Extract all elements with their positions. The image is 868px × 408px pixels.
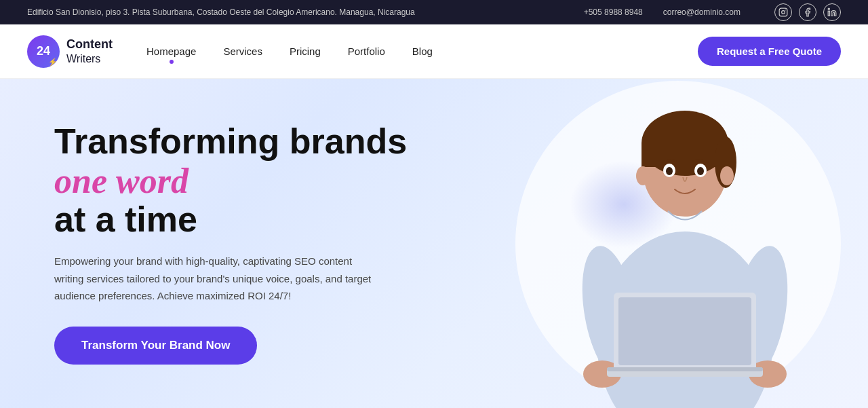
hero-content: Transforming brands one word at a time E… [54, 122, 407, 364]
nav-link-services[interactable]: Services [223, 45, 262, 57]
hero-title-line1: Transforming brands [54, 122, 407, 161]
svg-point-12 [720, 166, 734, 185]
hero-title-line3: at a time [54, 200, 407, 239]
nav-item-portfolio[interactable]: Portfolio [348, 45, 385, 58]
nav-link-homepage[interactable]: Homepage [146, 45, 196, 57]
topbar-address: Edificio San Dionisio, piso 3. Pista Sub… [27, 7, 564, 17]
svg-point-2 [785, 10, 786, 10]
topbar-contact: +505 8988 8948 correo@dominio.com [584, 7, 741, 17]
svg-rect-3 [828, 11, 829, 16]
svg-point-4 [828, 8, 829, 10]
logo[interactable]: 24 Content Writers [27, 35, 113, 68]
logo-text: Content Writers [66, 37, 113, 65]
logo-text-top: Content [66, 37, 113, 52]
nav-item-homepage[interactable]: Homepage [146, 45, 196, 58]
topbar-social-icons [774, 3, 841, 21]
hero-person [542, 82, 827, 408]
svg-point-1 [782, 11, 785, 14]
nav-link-portfolio[interactable]: Portfolio [348, 45, 385, 57]
topbar-phone: +505 8988 8948 [584, 7, 643, 17]
navbar: 24 Content Writers Homepage Services Pri… [0, 24, 868, 79]
person-svg [542, 82, 827, 408]
svg-point-11 [636, 166, 650, 185]
hero-description: Empowering your brand with high-quality,… [54, 253, 380, 305]
hero-cta-button[interactable]: Transform Your Brand Now [54, 327, 257, 365]
request-quote-button[interactable]: Request a Free Quote [698, 37, 841, 66]
nav-item-services[interactable]: Services [223, 45, 262, 58]
svg-point-24 [697, 167, 704, 175]
nav-item-blog[interactable]: Blog [412, 45, 433, 58]
topbar-email: correo@dominio.com [663, 7, 741, 17]
svg-point-22 [666, 167, 673, 175]
hero-title-line2: one word [54, 162, 407, 200]
instagram-icon[interactable] [774, 3, 792, 21]
facebook-icon[interactable] [799, 3, 816, 21]
hero-image-area [427, 79, 868, 408]
nav-links: Homepage Services Pricing Portfolio Blog [146, 45, 698, 58]
logo-icon: 24 [27, 35, 60, 68]
nav-link-blog[interactable]: Blog [412, 45, 433, 57]
nav-link-pricing[interactable]: Pricing [290, 45, 321, 57]
svg-rect-0 [779, 8, 787, 16]
svg-rect-20 [607, 367, 763, 371]
linkedin-icon[interactable] [823, 3, 841, 21]
topbar: Edificio San Dionisio, piso 3. Pista Sub… [0, 0, 868, 24]
logo-text-bottom: Writers [66, 52, 113, 65]
logo-number: 24 [37, 44, 50, 58]
nav-item-pricing[interactable]: Pricing [290, 45, 321, 58]
hero-section: Transforming brands one word at a time E… [0, 79, 868, 408]
svg-rect-19 [618, 297, 751, 365]
